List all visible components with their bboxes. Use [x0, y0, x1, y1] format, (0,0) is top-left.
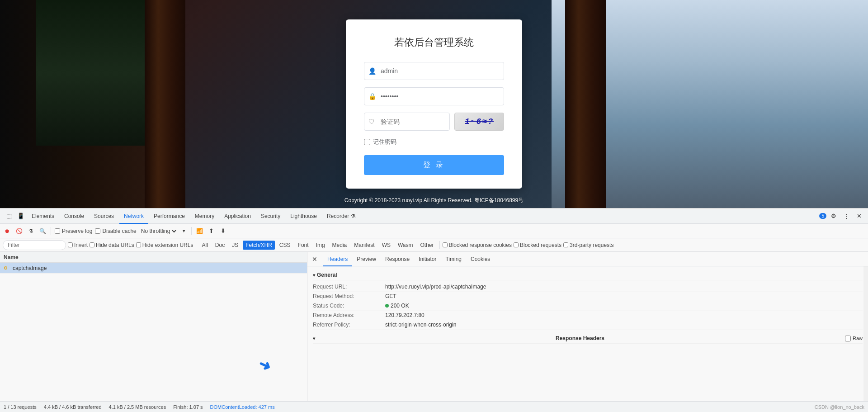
tab-elements[interactable]: Elements	[27, 208, 59, 224]
request-list-header: Name	[0, 252, 307, 263]
devtools-statusbar: 1 / 13 requests 4.4 kB / 4.6 kB transfer…	[0, 401, 868, 412]
filter-doc[interactable]: Doc	[212, 241, 227, 250]
blocked-requests-label[interactable]: Blocked requests	[514, 242, 561, 248]
hide-data-urls-checkbox[interactable]	[90, 242, 94, 247]
hide-extension-urls-checkbox[interactable]	[136, 242, 141, 247]
login-modal: 若依后台管理系统 👤 🔒 🛡 1~6≈? 记住密码 登 录	[346, 19, 522, 189]
tab-console[interactable]: Console	[60, 208, 89, 224]
password-input[interactable]	[364, 87, 504, 105]
tab-performance[interactable]: Performance	[149, 208, 189, 224]
general-section-header[interactable]: General	[313, 270, 863, 280]
devtools-panel: ⬚ 📱 Elements Console Sources Network Per…	[0, 208, 868, 412]
tab-recorder[interactable]: Recorder ⚗	[322, 208, 360, 224]
inspect-element-btn[interactable]: ⬚	[4, 211, 14, 222]
online-icon[interactable]: 📶	[195, 227, 204, 236]
filter-fetch-xhr[interactable]: Fetch/XHR	[243, 241, 275, 250]
throttle-select[interactable]: No throttling	[139, 226, 178, 236]
raw-checkbox[interactable]	[845, 336, 851, 341]
search-btn[interactable]: 🔍	[38, 227, 47, 236]
filter-media[interactable]: Media	[330, 241, 350, 250]
export-btn[interactable]: ⬇	[219, 227, 228, 236]
clear-btn[interactable]: 🚫	[14, 227, 24, 236]
blocked-requests-checkbox[interactable]	[514, 242, 519, 247]
disable-cache-checkbox[interactable]	[95, 228, 100, 234]
preserve-log-label[interactable]: Preserve log	[55, 228, 92, 234]
csdn-badge: CSDN @lion_no_back	[815, 404, 864, 410]
filter-all[interactable]: All	[199, 241, 210, 250]
preserve-log-checkbox[interactable]	[55, 228, 60, 234]
filter-wasm[interactable]: Wasm	[395, 241, 416, 250]
filter-manifest[interactable]: Manifest	[351, 241, 377, 250]
scrollbar[interactable]	[863, 266, 868, 401]
details-close-btn[interactable]: ✕	[310, 255, 319, 264]
throttle-arrow[interactable]: ▼	[180, 227, 188, 235]
filter-img[interactable]: Img	[313, 241, 328, 250]
details-tab-preview[interactable]: Preview	[352, 252, 381, 266]
tab-sources[interactable]: Sources	[90, 208, 118, 224]
invert-label[interactable]: Invert	[68, 242, 88, 248]
blocked-cookies-checkbox[interactable]	[443, 242, 448, 247]
transferred-size: 4.4 kB / 4.6 kB transferred	[44, 404, 102, 410]
login-button[interactable]: 登 录	[364, 155, 504, 175]
more-options-btn[interactable]: ⋮	[841, 211, 852, 222]
raw-checkbox-label[interactable]: Raw	[845, 336, 863, 341]
close-devtools-btn[interactable]: ✕	[854, 211, 864, 222]
details-tab-headers[interactable]: Headers	[323, 252, 352, 266]
invert-checkbox[interactable]	[68, 242, 73, 247]
filter-input[interactable]	[3, 240, 66, 250]
filter-font[interactable]: Font	[295, 241, 311, 250]
tab-security[interactable]: Security	[256, 208, 285, 224]
captcha-image[interactable]: 1~6≈?	[454, 113, 504, 131]
status-dot	[385, 304, 389, 308]
disable-cache-label[interactable]: Disable cache	[95, 228, 136, 234]
hide-data-urls-label[interactable]: Hide data URLs	[90, 242, 134, 248]
lock-icon: 🔒	[368, 93, 376, 100]
details-tab-cookies[interactable]: Cookies	[466, 252, 495, 266]
record-btn[interactable]: ⏺	[3, 227, 12, 236]
tab-lighthouse[interactable]: Lighthouse	[286, 208, 321, 224]
filter-btn[interactable]: ⚗	[26, 227, 35, 236]
filter-divider	[196, 241, 196, 249]
dom-loaded-time[interactable]: DOMContentLoaded: 427 ms	[210, 404, 275, 410]
request-name: captchaImage	[13, 265, 47, 271]
shield-icon: 🛡	[368, 118, 375, 125]
captcha-row: 🛡 1~6≈?	[364, 113, 504, 131]
tab-network[interactable]: Network	[119, 208, 148, 224]
detail-label-request-url: Request URL:	[313, 284, 385, 290]
settings-btn[interactable]: ⚙	[828, 211, 839, 222]
requests-count: 1 / 13 requests	[4, 404, 37, 410]
tab-memory[interactable]: Memory	[190, 208, 219, 224]
wood-post-left	[145, 0, 185, 208]
device-toolbar-btn[interactable]: 📱	[15, 211, 26, 222]
import-btn[interactable]: ⬆	[207, 227, 216, 236]
filter-bar: Invert Hide data URLs Hide extension URL…	[0, 238, 868, 252]
response-headers-header[interactable]: Response Headers Raw	[313, 333, 863, 344]
request-row[interactable]: ⚙ captchaImage	[0, 263, 307, 274]
third-party-checkbox[interactable]	[563, 242, 568, 247]
details-panel: ✕ Headers Preview Response Initiator Tim…	[307, 252, 868, 401]
request-list-body: ⚙ captchaImage	[0, 263, 307, 401]
detail-label-status: Status Code:	[313, 303, 385, 309]
blocked-cookies-label[interactable]: Blocked response cookies	[443, 242, 512, 248]
filter-other[interactable]: Other	[418, 241, 437, 250]
remember-label: 记住密码	[373, 138, 396, 146]
details-tab-initiator[interactable]: Initiator	[414, 252, 441, 266]
finish-time: Finish: 1.07 s	[173, 404, 203, 410]
third-party-label[interactable]: 3rd-party requests	[563, 242, 613, 248]
detail-request-method: Request Method: GET	[313, 292, 863, 301]
captcha-input[interactable]	[364, 113, 450, 131]
details-content: General Request URL: http://vue.ruoyi.vi…	[307, 266, 868, 401]
tab-application[interactable]: Application	[220, 208, 255, 224]
remember-checkbox[interactable]	[364, 139, 370, 145]
username-group: 👤	[364, 62, 504, 80]
filter-divider-2	[439, 241, 440, 249]
detail-request-url: Request URL: http://vue.ruoyi.vip/prod-a…	[313, 282, 863, 292]
details-tab-response[interactable]: Response	[381, 252, 414, 266]
filter-ws[interactable]: WS	[379, 241, 393, 250]
details-tab-timing[interactable]: Timing	[441, 252, 466, 266]
detail-value-remote: 120.79.202.7:80	[385, 312, 425, 318]
filter-css[interactable]: CSS	[277, 241, 293, 250]
username-input[interactable]	[364, 62, 504, 80]
filter-js[interactable]: JS	[229, 241, 241, 250]
hide-extension-urls-label[interactable]: Hide extension URLs	[136, 242, 193, 248]
